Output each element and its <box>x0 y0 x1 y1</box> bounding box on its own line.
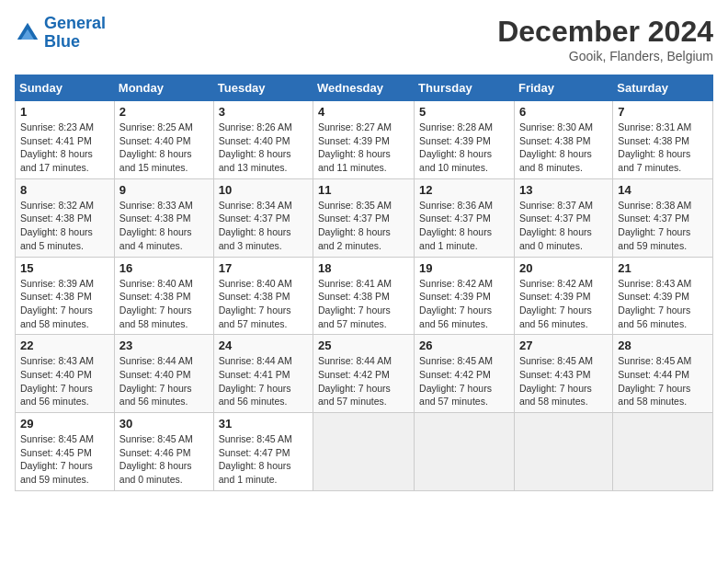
logo-general: General <box>44 14 106 32</box>
cell-info: Sunrise: 8:45 AMSunset: 4:45 PMDaylight:… <box>20 433 94 485</box>
calendar-cell: 3 Sunrise: 8:26 AMSunset: 4:40 PMDayligh… <box>213 101 313 179</box>
col-saturday: Saturday <box>613 75 713 101</box>
day-number: 6 <box>519 105 608 119</box>
calendar-cell: 16 Sunrise: 8:40 AMSunset: 4:38 PMDaylig… <box>114 257 213 335</box>
day-number: 23 <box>119 339 209 352</box>
day-number: 17 <box>219 261 308 275</box>
logo-icon <box>15 20 40 46</box>
day-number: 14 <box>618 183 708 197</box>
col-monday: Monday <box>114 75 213 101</box>
calendar-cell: 6 Sunrise: 8:30 AMSunset: 4:38 PMDayligh… <box>514 101 612 179</box>
cell-info: Sunrise: 8:43 AMSunset: 4:39 PMDaylight:… <box>618 278 691 329</box>
day-number: 7 <box>618 105 708 119</box>
cell-info: Sunrise: 8:40 AMSunset: 4:38 PMDaylight:… <box>119 278 193 329</box>
calendar-cell: 31 Sunrise: 8:45 AMSunset: 4:47 PMDaylig… <box>213 413 313 491</box>
day-number: 22 <box>20 339 109 352</box>
calendar-cell: 19 Sunrise: 8:42 AMSunset: 4:39 PMDaylig… <box>415 257 515 335</box>
calendar-cell: 13 Sunrise: 8:37 AMSunset: 4:37 PMDaylig… <box>514 178 612 257</box>
day-number: 8 <box>20 183 109 197</box>
calendar-cell: 17 Sunrise: 8:40 AMSunset: 4:38 PMDaylig… <box>213 257 313 335</box>
cell-info: Sunrise: 8:31 AMSunset: 4:38 PMDaylight:… <box>618 121 691 173</box>
calendar-cell: 23 Sunrise: 8:44 AMSunset: 4:40 PMDaylig… <box>114 335 213 413</box>
calendar-cell: 14 Sunrise: 8:38 AMSunset: 4:37 PMDaylig… <box>613 178 713 257</box>
calendar-cell: 26 Sunrise: 8:45 AMSunset: 4:42 PMDaylig… <box>415 335 515 413</box>
calendar-cell: 2 Sunrise: 8:25 AMSunset: 4:40 PMDayligh… <box>114 101 213 179</box>
calendar-row-2: 8 Sunrise: 8:32 AMSunset: 4:38 PMDayligh… <box>16 178 713 257</box>
cell-info: Sunrise: 8:45 AMSunset: 4:43 PMDaylight:… <box>519 355 593 407</box>
calendar-cell <box>415 413 515 491</box>
calendar-row-1: 1 Sunrise: 8:23 AMSunset: 4:41 PMDayligh… <box>16 101 713 179</box>
day-number: 21 <box>618 261 708 275</box>
cell-info: Sunrise: 8:42 AMSunset: 4:39 PMDaylight:… <box>519 278 593 329</box>
cell-info: Sunrise: 8:28 AMSunset: 4:39 PMDaylight:… <box>419 121 493 173</box>
calendar-cell: 20 Sunrise: 8:42 AMSunset: 4:39 PMDaylig… <box>514 257 612 335</box>
cell-info: Sunrise: 8:45 AMSunset: 4:47 PMDaylight:… <box>219 433 292 485</box>
calendar-row-5: 29 Sunrise: 8:45 AMSunset: 4:45 PMDaylig… <box>16 413 713 491</box>
day-number: 2 <box>119 105 209 119</box>
cell-info: Sunrise: 8:27 AMSunset: 4:39 PMDaylight:… <box>318 121 392 173</box>
calendar-row-4: 22 Sunrise: 8:43 AMSunset: 4:40 PMDaylig… <box>16 335 713 413</box>
calendar-cell: 30 Sunrise: 8:45 AMSunset: 4:46 PMDaylig… <box>114 413 213 491</box>
day-number: 30 <box>119 417 209 431</box>
calendar-cell <box>514 413 612 491</box>
col-sunday: Sunday <box>16 75 115 101</box>
calendar-cell: 27 Sunrise: 8:45 AMSunset: 4:43 PMDaylig… <box>514 335 612 413</box>
calendar-cell <box>613 413 713 491</box>
day-number: 28 <box>618 339 708 352</box>
cell-info: Sunrise: 8:25 AMSunset: 4:40 PMDaylight:… <box>119 121 193 173</box>
calendar-cell: 28 Sunrise: 8:45 AMSunset: 4:44 PMDaylig… <box>613 335 713 413</box>
cell-info: Sunrise: 8:45 AMSunset: 4:46 PMDaylight:… <box>119 433 193 485</box>
cell-info: Sunrise: 8:38 AMSunset: 4:37 PMDaylight:… <box>618 200 691 251</box>
cell-info: Sunrise: 8:45 AMSunset: 4:42 PMDaylight:… <box>419 355 493 407</box>
page-header: General Blue December 2024 Gooik, Flande… <box>15 15 713 63</box>
calendar-row-3: 15 Sunrise: 8:39 AMSunset: 4:38 PMDaylig… <box>16 257 713 335</box>
day-number: 20 <box>519 261 608 275</box>
day-number: 15 <box>20 261 109 275</box>
day-number: 31 <box>219 417 308 431</box>
day-number: 27 <box>519 339 608 352</box>
cell-info: Sunrise: 8:40 AMSunset: 4:38 PMDaylight:… <box>219 278 292 329</box>
day-number: 5 <box>419 105 509 119</box>
cell-info: Sunrise: 8:39 AMSunset: 4:38 PMDaylight:… <box>20 278 94 329</box>
day-number: 12 <box>419 183 509 197</box>
calendar-cell: 22 Sunrise: 8:43 AMSunset: 4:40 PMDaylig… <box>16 335 115 413</box>
cell-info: Sunrise: 8:26 AMSunset: 4:40 PMDaylight:… <box>219 121 292 173</box>
calendar-cell: 18 Sunrise: 8:41 AMSunset: 4:38 PMDaylig… <box>313 257 415 335</box>
cell-info: Sunrise: 8:42 AMSunset: 4:39 PMDaylight:… <box>419 278 493 329</box>
day-number: 29 <box>20 417 109 431</box>
calendar-cell: 8 Sunrise: 8:32 AMSunset: 4:38 PMDayligh… <box>16 178 115 257</box>
day-number: 1 <box>20 105 109 119</box>
calendar-cell <box>313 413 415 491</box>
day-number: 25 <box>318 339 409 352</box>
logo: General Blue <box>15 15 106 52</box>
day-number: 9 <box>119 183 209 197</box>
calendar-cell: 12 Sunrise: 8:36 AMSunset: 4:37 PMDaylig… <box>415 178 515 257</box>
cell-info: Sunrise: 8:36 AMSunset: 4:37 PMDaylight:… <box>419 200 493 251</box>
cell-info: Sunrise: 8:23 AMSunset: 4:41 PMDaylight:… <box>20 121 94 173</box>
cell-info: Sunrise: 8:41 AMSunset: 4:38 PMDaylight:… <box>318 278 392 329</box>
day-number: 4 <box>318 105 409 119</box>
day-number: 24 <box>219 339 308 352</box>
day-number: 11 <box>318 183 409 197</box>
col-tuesday: Tuesday <box>213 75 313 101</box>
day-number: 13 <box>519 183 608 197</box>
cell-info: Sunrise: 8:35 AMSunset: 4:37 PMDaylight:… <box>318 200 392 251</box>
calendar-cell: 15 Sunrise: 8:39 AMSunset: 4:38 PMDaylig… <box>16 257 115 335</box>
calendar-cell: 29 Sunrise: 8:45 AMSunset: 4:45 PMDaylig… <box>16 413 115 491</box>
cell-info: Sunrise: 8:44 AMSunset: 4:42 PMDaylight:… <box>318 355 392 407</box>
cell-info: Sunrise: 8:32 AMSunset: 4:38 PMDaylight:… <box>20 200 94 251</box>
cell-info: Sunrise: 8:45 AMSunset: 4:44 PMDaylight:… <box>618 355 691 407</box>
calendar-cell: 9 Sunrise: 8:33 AMSunset: 4:38 PMDayligh… <box>114 178 213 257</box>
month-title: December 2024 <box>497 15 713 49</box>
day-number: 26 <box>419 339 509 352</box>
col-friday: Friday <box>514 75 612 101</box>
cell-info: Sunrise: 8:44 AMSunset: 4:41 PMDaylight:… <box>219 355 292 407</box>
cell-info: Sunrise: 8:33 AMSunset: 4:38 PMDaylight:… <box>119 200 193 251</box>
title-block: December 2024 Gooik, Flanders, Belgium <box>497 15 713 63</box>
calendar-cell: 4 Sunrise: 8:27 AMSunset: 4:39 PMDayligh… <box>313 101 415 179</box>
logo-blue: Blue <box>44 32 80 51</box>
column-headers: Sunday Monday Tuesday Wednesday Thursday… <box>16 75 713 101</box>
calendar-cell: 5 Sunrise: 8:28 AMSunset: 4:39 PMDayligh… <box>415 101 515 179</box>
calendar-cell: 24 Sunrise: 8:44 AMSunset: 4:41 PMDaylig… <box>213 335 313 413</box>
calendar-cell: 25 Sunrise: 8:44 AMSunset: 4:42 PMDaylig… <box>313 335 415 413</box>
